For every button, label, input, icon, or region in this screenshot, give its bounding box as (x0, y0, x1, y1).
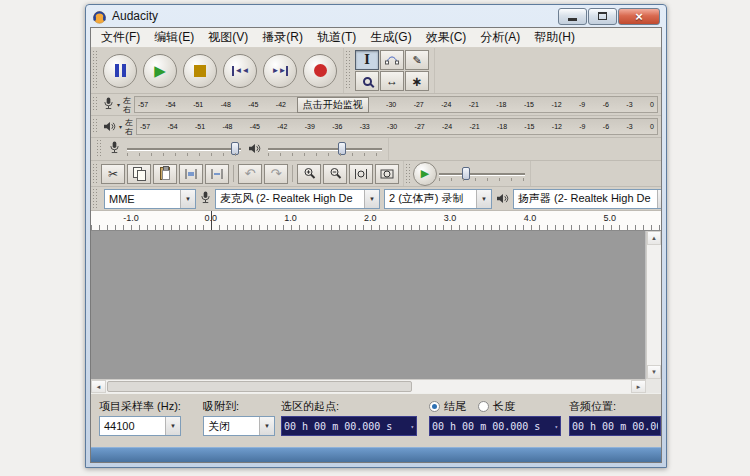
horizontal-scrollbar-thumb[interactable] (107, 381, 412, 392)
input-volume-slider[interactable] (125, 141, 243, 157)
playback-speed-slider[interactable] (437, 166, 527, 182)
dropdown-arrow-icon[interactable]: ▼ (259, 417, 274, 435)
dropdown-arrow-icon[interactable]: ▼ (165, 417, 180, 435)
recording-device-select[interactable]: 麦克风 (2- Realtek High De ▼ (215, 189, 380, 209)
maximize-button[interactable] (588, 8, 617, 25)
vertical-scrollbar[interactable]: ▲ ▼ (646, 231, 661, 379)
redo-icon: ↷ (271, 167, 282, 180)
stop-button[interactable] (183, 54, 217, 88)
multi-tool-icon: ∗ (412, 74, 423, 89)
play-at-speed-button[interactable]: ▶ (413, 162, 437, 186)
recording-channels-select[interactable]: 2 (立体声) 录制 ▼ (384, 189, 492, 209)
envelope-tool-button[interactable] (380, 50, 404, 70)
device-toolbar-row: MME ▼ 麦克风 (2- Realtek High De ▼ 2 (立体声) … (91, 187, 661, 211)
cut-button[interactable]: ✂ (101, 164, 125, 184)
dropdown-arrow-icon[interactable]: ▼ (657, 190, 662, 208)
menu-item[interactable]: 视图(V) (201, 27, 255, 48)
toolbar-grip[interactable] (346, 51, 352, 90)
audio-position-time: 00 h 00 m 00.000 s (572, 421, 658, 432)
skip-to-end-button[interactable]: ►► (263, 54, 297, 88)
audio-position-time-field[interactable]: 00 h 00 m 00.000 s (569, 416, 661, 436)
radio-length[interactable]: 长度 (478, 399, 515, 414)
scroll-left-button[interactable]: ◄ (91, 380, 106, 393)
selection-end-time-field[interactable]: 00 h 00 m 00.000 s ▾ (429, 416, 561, 436)
skip-to-start-button[interactable]: ◄◄ (223, 54, 257, 88)
zoom-in-icon (303, 167, 316, 180)
zoom-in-button[interactable] (297, 164, 321, 184)
playback-device-select[interactable]: 扬声器 (2- Realtek High De ▼ (513, 189, 662, 209)
playback-speed-slider-thumb[interactable] (462, 167, 470, 180)
timeline-label: 5.0 (603, 213, 616, 223)
menu-item[interactable]: 播录(R) (255, 27, 310, 48)
dropdown-arrow-icon[interactable]: ▼ (476, 190, 491, 208)
fit-project-button[interactable] (375, 164, 399, 184)
toolbar-grip[interactable] (406, 164, 412, 183)
toolbar-grip[interactable] (93, 97, 99, 112)
multi-tool-button[interactable]: ∗ (405, 71, 429, 91)
zoom-out-button[interactable] (323, 164, 347, 184)
selection-start-time-field[interactable]: 00 h 00 m 00.000 s ▾ (281, 416, 417, 436)
db-scale-number: -33 (360, 123, 370, 130)
menu-item[interactable]: 分析(A) (473, 27, 527, 48)
menu-item[interactable]: 轨道(T) (310, 27, 363, 48)
db-scale-number: -18 (496, 101, 506, 108)
time-format-caret-icon[interactable]: ▾ (408, 423, 414, 430)
audio-host-select[interactable]: MME ▼ (104, 189, 196, 209)
record-button[interactable] (303, 54, 337, 88)
microphone-icon (109, 140, 120, 158)
time-format-caret-icon[interactable]: ▾ (552, 423, 558, 430)
start-monitoring-button[interactable]: 点击开始监视 (297, 97, 369, 113)
horizontal-scrollbar[interactable]: ◄ ► (91, 379, 646, 393)
meter-menu-caret-icon[interactable]: ▾ (117, 101, 120, 108)
minimize-button[interactable] (558, 8, 587, 25)
db-scale-number: -9 (579, 123, 585, 130)
toolbar-grip[interactable] (93, 189, 99, 208)
output-volume-slider-thumb[interactable] (338, 142, 346, 155)
menu-item[interactable]: 文件(F) (94, 27, 147, 48)
draw-tool-icon: ✎ (412, 54, 421, 67)
radio-end[interactable]: 结尾 (429, 399, 466, 414)
transport-toolbar: ▶ ◄◄ ►► (91, 48, 344, 93)
trim-audio-button[interactable] (179, 164, 203, 184)
dropdown-arrow-icon[interactable]: ▼ (364, 190, 379, 208)
zoom-tool-button[interactable] (355, 71, 379, 91)
undo-button[interactable]: ↶ (238, 164, 262, 184)
dropdown-arrow-icon[interactable]: ▼ (180, 190, 195, 208)
silence-audio-button[interactable] (205, 164, 229, 184)
project-rate-select[interactable]: 44100 ▼ (99, 416, 181, 436)
radio-end-dot[interactable] (429, 401, 440, 412)
redo-button[interactable]: ↷ (264, 164, 288, 184)
snap-to-select[interactable]: 关闭 ▼ (203, 416, 275, 436)
menu-item[interactable]: 生成(G) (363, 27, 418, 48)
toolbar-grip[interactable] (93, 51, 99, 90)
toolbar-grip[interactable] (93, 119, 99, 134)
copy-button[interactable] (127, 164, 151, 184)
menu-item[interactable]: 帮助(H) (527, 27, 582, 48)
draw-tool-button[interactable]: ✎ (405, 50, 429, 70)
undo-icon: ↶ (245, 167, 256, 180)
meter-menu-caret-icon[interactable]: ▾ (119, 123, 122, 130)
time-shift-tool-button[interactable]: ↔ (380, 71, 404, 91)
scroll-down-button[interactable]: ▼ (647, 365, 661, 379)
recording-meter-scale[interactable]: -57-54-51-48-45-42-39-36-33-30-27-24-21-… (134, 96, 658, 113)
play-button[interactable]: ▶ (143, 54, 177, 88)
db-scale-number: -15 (524, 101, 534, 108)
radio-length-dot[interactable] (478, 401, 489, 412)
close-button[interactable]: × (618, 8, 660, 25)
db-scale-number: -42 (276, 101, 286, 108)
input-volume-slider-thumb[interactable] (231, 142, 239, 155)
output-volume-slider[interactable] (266, 141, 384, 157)
toolbar-grip[interactable] (93, 164, 99, 183)
selection-tool-button[interactable]: I (355, 50, 379, 70)
pause-button[interactable] (103, 54, 137, 88)
fit-selection-button[interactable] (349, 164, 373, 184)
toolbar-separator (292, 165, 293, 182)
timeline-ruler[interactable]: -1.00.01.02.03.04.05.0 (91, 211, 661, 231)
paste-button[interactable] (153, 164, 177, 184)
scroll-up-button[interactable]: ▲ (647, 231, 661, 245)
toolbar-grip[interactable] (97, 140, 103, 158)
menu-item[interactable]: 编辑(E) (147, 27, 201, 48)
scroll-right-button[interactable]: ► (631, 380, 646, 393)
menu-item[interactable]: 效果(C) (419, 27, 474, 48)
playback-meter-scale[interactable]: -57-54-51-48-45-42-39-36-33-30-27-24-21-… (136, 118, 658, 135)
